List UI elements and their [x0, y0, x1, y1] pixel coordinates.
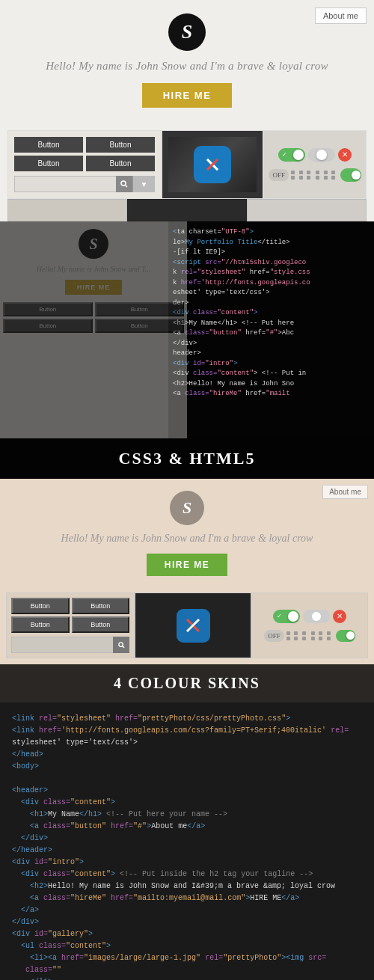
skins-btn-1[interactable]: Button: [11, 598, 70, 614]
demo-button-4[interactable]: Button: [86, 156, 155, 171]
code-line: <div class="content"> <!-- Put in: [173, 369, 370, 379]
code-line: <a class="hireMe" href="mailto:myemail@m…: [12, 892, 362, 904]
skins-buttons-cell: Button Button Button Button: [6, 592, 135, 658]
code-line: </div>: [12, 916, 362, 928]
skins-search-input[interactable]: [11, 637, 113, 653]
faded-btn-3: Button: [3, 319, 93, 333]
dot: [307, 171, 310, 174]
logo-letter: S: [182, 21, 192, 43]
skins-btn-3[interactable]: Button: [11, 616, 70, 633]
preview-partial-2: [127, 199, 247, 221]
dot: [319, 637, 322, 640]
code-line: <div id="intro">: [12, 857, 362, 869]
faded-logo: S: [79, 229, 108, 259]
toggle-preview-cell: ✓ ✕ OFF: [263, 130, 367, 199]
skins-hire-me-button[interactable]: HIRE ME: [147, 554, 228, 576]
code-line: k href='http://fonts.googleapis.co: [173, 278, 370, 289]
dot: [302, 637, 306, 640]
dot: [299, 176, 303, 180]
search-icon-button[interactable]: [116, 176, 132, 192]
dot: [311, 637, 315, 640]
toggle-knob: [293, 150, 304, 160]
skins-tagline: Hello! My name is John Snow and I'm a br…: [0, 533, 374, 545]
about-me-button[interactable]: About me: [315, 7, 367, 24]
faded-tagline: Hello! My name is John Snow and T...: [0, 265, 187, 273]
toggle-on-switch[interactable]: ✓: [278, 148, 305, 162]
ipad-preview-cell: [162, 130, 263, 199]
skins-hero: S Hello! My name is John Snow and I'm a …: [0, 479, 374, 587]
code-line: <div id="intro">: [173, 359, 370, 370]
css3-html5-label-bar: CSS3 & HTML5: [0, 438, 374, 479]
code-line: <h1>My Name</h1> <!-- Put here your name…: [12, 809, 362, 821]
ipad-icon-cross: [184, 616, 202, 634]
code-line: -[if lt IE9]>: [173, 248, 370, 258]
skins-toggle-x[interactable]: ✕: [333, 610, 346, 623]
code-line: <li><a href="images/large/large-1.jpg" r…: [12, 952, 362, 964]
search-icon: [120, 180, 128, 188]
css3-html5-section: S Hello! My name is John Snow and T... H…: [0, 221, 374, 479]
dark-inner: S Hello! My name is John Snow and T... H…: [0, 221, 374, 438]
skins-search-icon-btn[interactable]: [113, 637, 129, 653]
faded-btn-grid: Button Button Button Button: [0, 299, 187, 336]
dot: [331, 176, 335, 180]
grid-dots-2: [316, 171, 338, 180]
code-line: <div class="content"> <!-- Put inside th…: [12, 869, 362, 881]
skins-close-icon: ✕: [337, 612, 343, 620]
skins-toggle-on-small[interactable]: [336, 630, 355, 642]
check-icon: ✓: [282, 151, 287, 158]
skins-btn-2[interactable]: Button: [72, 598, 130, 614]
code-line: <h2>Hello! My name is John Snow and I&#3…: [12, 881, 362, 892]
skins-toggle-neutral[interactable]: [303, 610, 330, 623]
code-overlay: <ta charset="UTF-8"> le>My Portfolio Tit…: [168, 221, 374, 438]
skins-logo-letter: S: [183, 498, 191, 518]
hero-tagline: Hello! My name is John Snow and I'm a br…: [0, 60, 374, 73]
code-line: </li>: [12, 976, 362, 980]
dot: [327, 631, 331, 635]
dot: [311, 631, 315, 635]
code-line: <h2>Hello! My name is John Sno: [173, 379, 370, 390]
search-input[interactable]: [14, 176, 116, 192]
hire-me-button[interactable]: HIRE ME: [142, 83, 233, 108]
dot: [294, 637, 298, 640]
preview-grid: Button Button Button Button ▼: [0, 123, 374, 199]
app-icon: [194, 146, 231, 183]
search-bar: ▼: [14, 176, 155, 192]
skins-ipad-cell: [135, 592, 251, 658]
code-line: <link rel="stylesheet" href="prettyPhoto…: [12, 713, 362, 725]
dot: [302, 631, 306, 635]
faded-hero: S Hello! My name is John Snow and T... H…: [0, 221, 187, 299]
toggle-off-x-button[interactable]: ✕: [338, 148, 352, 162]
svg-point-0: [121, 181, 126, 186]
code-line: <div class="content">: [173, 308, 370, 319]
buttons-preview-cell: Button Button Button Button ▼: [7, 130, 162, 199]
colour-skins-section: About me S Hello! My name is John Snow a…: [0, 479, 374, 702]
code-line: le>My Portfolio Title</title>: [173, 238, 370, 248]
code-line: esheet' type='text/css'>: [173, 288, 370, 298]
demo-button-2[interactable]: Button: [86, 137, 155, 153]
toggle-bottom-row: OFF: [269, 168, 361, 182]
code-line: [12, 773, 362, 785]
code-line: </header>: [12, 845, 362, 857]
logo: S: [168, 13, 206, 51]
skins-about-me-button[interactable]: About me: [322, 485, 368, 499]
demo-button-3[interactable]: Button: [14, 156, 83, 171]
toggle-neutral-switch[interactable]: [308, 148, 335, 162]
dot: [316, 171, 319, 174]
dot: [331, 171, 335, 174]
faded-btn-4: Button: [95, 319, 185, 333]
feature-label: CSS3 & HTML5: [119, 449, 256, 468]
code-line: k rel="stylesheet" href="style.css: [173, 268, 370, 278]
skins-toggle-on[interactable]: ✓: [273, 610, 300, 623]
search-more-button[interactable]: ▼: [132, 176, 155, 192]
demo-button-1[interactable]: Button: [14, 137, 83, 153]
dot: [291, 171, 295, 174]
preview-partial-1: [7, 199, 127, 221]
skins-preview-grid: Button Button Button Button: [0, 587, 374, 658]
code-line: <ta charset="UTF-8">: [173, 227, 370, 238]
code-line: <a class="button" href="#">About me</a>: [12, 821, 362, 833]
skins-btn-4[interactable]: Button: [72, 616, 130, 633]
dot: [319, 631, 322, 635]
dot: [316, 176, 319, 180]
skins-grid-dots-2: [311, 631, 334, 640]
toggle-on-small[interactable]: [340, 168, 361, 182]
